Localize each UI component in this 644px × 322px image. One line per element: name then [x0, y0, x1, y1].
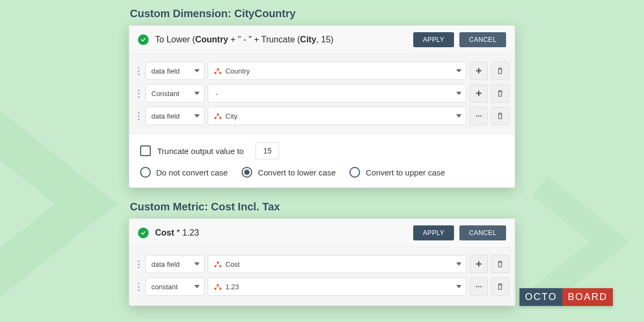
truncate-checkbox[interactable] — [140, 145, 151, 156]
chevron-down-icon — [194, 114, 200, 118]
svg-point-17 — [480, 286, 482, 288]
apply-button[interactable]: APPLY — [413, 32, 454, 47]
delete-row-button[interactable] — [491, 62, 509, 80]
formula-text: * 1.23 — [174, 228, 199, 237]
formula-text: , 15) — [316, 35, 333, 44]
dropdown-value: data field — [151, 260, 180, 268]
formula-text: To Lower ( — [155, 35, 195, 44]
svg-point-6 — [476, 115, 478, 117]
type-dropdown[interactable]: Constant — [145, 84, 204, 103]
check-circle-icon — [138, 228, 149, 238]
dropdown-value: Country — [225, 67, 250, 75]
dropdown-value: constant — [151, 283, 178, 291]
truncate-label: Truncate output value to — [157, 147, 244, 156]
check-circle-icon — [138, 34, 149, 45]
case-radio-lower[interactable]: Convert to lower case — [241, 167, 335, 178]
add-row-button[interactable]: + — [470, 84, 488, 103]
value-dropdown[interactable]: - — [208, 84, 466, 103]
type-dropdown[interactable]: constant — [145, 277, 204, 296]
chevron-down-icon — [456, 285, 462, 288]
radio-icon — [241, 167, 252, 178]
radio-label: Convert to upper case — [365, 168, 445, 177]
brand-badge: OCTO BOARD — [519, 288, 613, 306]
drag-handle-icon[interactable] — [135, 67, 142, 75]
brand-part: BOARD — [562, 288, 613, 306]
dropdown-value: Constant — [151, 90, 179, 98]
dropdown-value: 1.23 — [225, 283, 239, 291]
options-area: Truncate output value to Do not convert … — [129, 135, 515, 187]
expression-row: data field Country + — [135, 62, 509, 80]
expression-row: data field Cost + — [135, 255, 509, 273]
add-row-button[interactable]: + — [470, 62, 488, 80]
dropdown-value: Cost — [225, 260, 240, 268]
radio-icon — [349, 167, 360, 178]
type-dropdown[interactable]: data field — [145, 107, 204, 125]
connection-icon — [214, 282, 222, 291]
panel-header: To Lower (Country + " - " + Truncate (Ci… — [129, 26, 515, 54]
chevron-down-icon — [456, 92, 462, 95]
value-dropdown[interactable]: City — [208, 107, 466, 125]
delete-row-button[interactable] — [491, 84, 509, 103]
connection-icon — [214, 260, 222, 268]
value-dropdown[interactable]: Cost — [208, 255, 466, 273]
radio-icon — [140, 167, 151, 178]
chevron-down-icon — [456, 262, 462, 266]
svg-point-8 — [480, 115, 482, 117]
formula-preview: Cost * 1.23 — [155, 228, 413, 238]
more-options-button[interactable] — [470, 107, 488, 125]
svg-point-15 — [476, 286, 478, 288]
formula-field: City — [300, 35, 316, 44]
formula-preview: To Lower (Country + " - " + Truncate (Ci… — [155, 35, 413, 45]
expression-row: Constant - + — [135, 84, 509, 103]
delete-row-button[interactable] — [491, 277, 509, 296]
formula-text: + " - " + Truncate ( — [228, 35, 300, 44]
value-dropdown[interactable]: Country — [208, 62, 466, 80]
svg-point-7 — [478, 115, 480, 117]
rows-area: data field Country + Constant — [129, 54, 515, 135]
case-radio-none[interactable]: Do not convert case — [140, 167, 228, 178]
drag-handle-icon[interactable] — [135, 112, 142, 120]
chevron-down-icon — [194, 285, 200, 288]
rows-area: data field Cost + constant — [129, 247, 515, 305]
case-radio-upper[interactable]: Convert to upper case — [349, 167, 445, 178]
apply-button[interactable]: APPLY — [413, 225, 454, 240]
chevron-down-icon — [456, 114, 462, 118]
type-dropdown[interactable]: data field — [145, 255, 204, 273]
drag-handle-icon[interactable] — [135, 283, 142, 291]
formula-field: Country — [195, 35, 228, 44]
connection-icon — [214, 112, 222, 120]
formula-field: Cost — [155, 228, 174, 237]
metric-panel: Cost * 1.23 APPLY CANCEL data field Cost — [129, 218, 515, 306]
radio-label: Convert to lower case — [258, 168, 335, 177]
expression-row: data field City — [135, 107, 509, 125]
section-title: Custom Dimension: CityCountry — [130, 8, 515, 20]
radio-label: Do not convert case — [156, 168, 228, 177]
connection-icon — [214, 67, 222, 75]
panel-header: Cost * 1.23 APPLY CANCEL — [129, 219, 515, 247]
type-dropdown[interactable]: data field — [145, 62, 204, 80]
dropdown-value: - — [216, 90, 218, 98]
delete-row-button[interactable] — [491, 107, 509, 125]
cancel-button[interactable]: CANCEL — [459, 225, 506, 240]
more-options-button[interactable] — [470, 277, 488, 296]
value-dropdown[interactable]: 1.23 — [208, 277, 466, 296]
cancel-button[interactable]: CANCEL — [459, 32, 506, 47]
truncate-input[interactable] — [255, 142, 279, 159]
delete-row-button[interactable] — [491, 255, 509, 273]
chevron-down-icon — [194, 69, 200, 72]
expression-row: constant 1.23 — [135, 277, 509, 296]
dropdown-value: data field — [151, 112, 180, 120]
svg-point-16 — [478, 286, 480, 288]
chevron-down-icon — [194, 262, 200, 266]
section-title: Custom Metric: Cost Incl. Tax — [130, 201, 515, 213]
chevron-down-icon — [456, 69, 462, 72]
dropdown-value: data field — [151, 67, 180, 75]
dimension-panel: To Lower (Country + " - " + Truncate (Ci… — [129, 25, 515, 188]
drag-handle-icon[interactable] — [135, 260, 142, 268]
drag-handle-icon[interactable] — [135, 90, 142, 98]
chevron-down-icon — [194, 92, 200, 95]
dropdown-value: City — [225, 112, 237, 120]
add-row-button[interactable]: + — [470, 255, 488, 273]
brand-part: OCTO — [519, 288, 562, 306]
